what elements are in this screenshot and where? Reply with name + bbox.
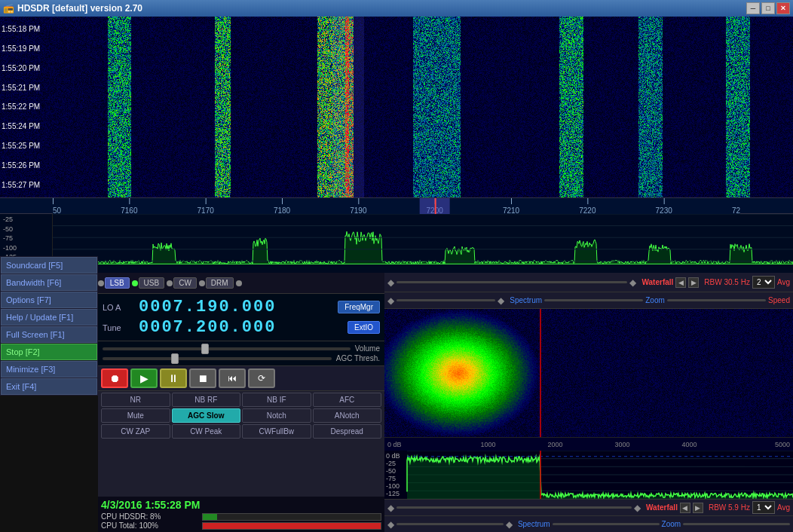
zoom-slider[interactable]: [544, 299, 643, 301]
title-bar-controls: ─ □ ✕: [746, 2, 790, 14]
cpu-hdsdr-row: CPU HDSDR: 8%: [101, 512, 381, 521]
rbw-bottom-select[interactable]: 1: [752, 501, 775, 514]
right-waterfall[interactable]: [384, 309, 793, 437]
dsp-buttons: NR NB RF NB IF AFC Mute AGC Slow Notch A…: [98, 391, 384, 440]
rbw-select[interactable]: 2: [752, 276, 775, 289]
freq-axis-3: 3000: [589, 441, 656, 448]
tune-value[interactable]: 0007.200.000: [139, 318, 276, 337]
spectrum-display[interactable]: -25 -50 -75 -100 -125 -150: [0, 214, 793, 273]
diamond-left-1: ◆: [387, 277, 394, 288]
record-button[interactable]: ⏺: [101, 368, 128, 388]
wf-slider-1[interactable]: [396, 281, 627, 283]
afc-button[interactable]: AFC: [313, 393, 382, 407]
cw-fullbw-button[interactable]: CWFullBw: [242, 424, 311, 439]
cpu-hdsdr-bar-container: [202, 513, 381, 521]
wf-b-left-btn[interactable]: ◀: [680, 503, 690, 513]
wf-right-btn[interactable]: ▶: [688, 277, 699, 288]
avg-label: Avg: [777, 278, 790, 286]
wf-b-right-btn[interactable]: ▶: [693, 503, 703, 513]
nb-rf-button[interactable]: NB RF: [172, 393, 241, 407]
speed-slider[interactable]: [667, 299, 766, 301]
rewind-button[interactable]: ⏮: [219, 368, 246, 388]
mode-drm[interactable]: DRM: [206, 277, 234, 289]
top-section: 1:55:18 PM 1:55:19 PM 1:55:20 PM 1:55:21…: [0, 17, 793, 273]
minimize-button-sidebar[interactable]: Minimize [F3]: [1, 361, 97, 378]
title-bar: 📻 HDSDR [default] version 2.70 ─ □ ✕: [0, 0, 793, 17]
cw-zap-button[interactable]: CW ZAP: [101, 424, 170, 439]
tune-label: Tune: [103, 323, 133, 332]
despread-button[interactable]: Despread: [313, 424, 382, 439]
agc-slow-button[interactable]: AGC Slow: [172, 408, 241, 423]
stop-button[interactable]: ⏹: [189, 368, 216, 388]
ext-io-button[interactable]: ExtIO: [348, 321, 380, 334]
anotch-button[interactable]: ANotch: [313, 408, 382, 423]
freq-axis-1: 1000: [455, 441, 522, 448]
agc-slider[interactable]: [103, 357, 332, 360]
spectrum-canvas[interactable]: [53, 214, 793, 273]
diamond-b1: ◆: [387, 503, 394, 513]
zoom-bottom-slider[interactable]: [553, 523, 660, 525]
freq-display: LO A 0007.190.000 FreqMgr Tune 0007.200.…: [98, 294, 384, 341]
right-waterfall-canvas[interactable]: [384, 309, 793, 437]
diamond-b2: ◆: [634, 503, 641, 513]
right-second-bar: ◆ ◆ Spectrum Zoom Speed: [384, 292, 793, 309]
speed-bottom-slider[interactable]: [683, 523, 790, 525]
app-title: HDSDR [default] version 2.70: [17, 3, 142, 14]
notch-button[interactable]: Notch: [242, 408, 311, 423]
loop-button[interactable]: ⟳: [248, 368, 275, 388]
stop-button-sidebar[interactable]: Stop [F2]: [1, 344, 97, 360]
right-bottom-bar-2: ◆ ◆ Spectrum Zoom: [384, 515, 793, 532]
pause-button[interactable]: ⏸: [160, 368, 187, 388]
status-area: 4/3/2016 1:55:28 PM CPU HDSDR: 8% CPU To…: [98, 497, 384, 532]
bottom-slider-1[interactable]: [396, 506, 632, 509]
right-freq-axis: 0 dB 1000 2000 3000 4000 5000: [384, 437, 793, 451]
waterfall-label: Waterfall: [641, 278, 673, 286]
mode-lsb[interactable]: LSB: [105, 277, 130, 289]
zoom-bottom-label: Zoom: [662, 520, 681, 528]
cpu-total-label: CPU Total: 100%: [101, 521, 199, 530]
mute-button[interactable]: Mute: [101, 408, 170, 423]
bottom-slider-2[interactable]: [396, 523, 504, 525]
db-label-1: -50: [3, 225, 49, 233]
fullscreen-button[interactable]: Full Screen [F1]: [1, 326, 97, 343]
sidebar-buttons: Soundcard [F5] Bandwidth [F6] Options [F…: [0, 256, 98, 396]
close-button[interactable]: ✕: [776, 2, 790, 14]
spectrum-bottom-label: Spectrum: [518, 520, 550, 528]
lo-value[interactable]: 0007.190.000: [139, 298, 276, 316]
db-label-3: -100: [3, 244, 49, 252]
timestamp-7: 1:55:26 PM: [2, 161, 51, 170]
cpu-total-bar-container: [202, 522, 381, 530]
freq-mgr-button[interactable]: FreqMgr: [338, 301, 380, 313]
tune-row: Tune 0007.200.000 ExtIO: [103, 318, 380, 337]
cw-peak-button[interactable]: CW Peak: [172, 424, 241, 439]
right-spectrum[interactable]: 0 dB -25 -50 -75 -100 -125: [384, 451, 793, 499]
soundcard-button[interactable]: Soundcard [F5]: [1, 257, 97, 274]
waterfall-canvas[interactable]: [0, 17, 793, 197]
minimize-button[interactable]: ─: [746, 2, 760, 14]
wf-left-btn[interactable]: ◀: [675, 277, 686, 288]
exit-button[interactable]: Exit [F4]: [1, 378, 97, 395]
spectrum-slider[interactable]: [396, 299, 495, 301]
right-spectrum-canvas[interactable]: [384, 451, 793, 499]
app-icon: 📻: [3, 3, 14, 14]
nb-if-button[interactable]: NB IF: [242, 393, 311, 407]
speed-label: Speed: [768, 296, 790, 304]
play-button[interactable]: ▶: [130, 368, 158, 388]
volume-slider[interactable]: [103, 347, 351, 350]
bandwidth-button[interactable]: Bandwidth [F6]: [1, 274, 97, 291]
nr-button[interactable]: NR: [101, 393, 170, 407]
db-label-0: -25: [3, 216, 49, 223]
options-button[interactable]: Options [F7]: [1, 292, 97, 308]
mode-usb[interactable]: USB: [139, 277, 165, 289]
cpu-total-bar: [203, 523, 381, 529]
freq-axis-5: 5000: [723, 441, 790, 448]
diamond-b3: ◆: [387, 519, 394, 530]
diamond-b4: ◆: [506, 519, 513, 530]
restore-button[interactable]: □: [761, 2, 775, 14]
sliders-area: Volume AGC Thresh.: [98, 341, 384, 366]
help-button[interactable]: Help / Update [F1]: [1, 309, 97, 326]
waterfall-display[interactable]: 1:55:18 PM 1:55:19 PM 1:55:20 PM 1:55:21…: [0, 17, 793, 197]
agc-thresh-label: AGC Thresh.: [336, 354, 380, 362]
timestamp-4: 1:55:22 PM: [2, 102, 51, 111]
mode-cw[interactable]: CW: [173, 277, 197, 289]
